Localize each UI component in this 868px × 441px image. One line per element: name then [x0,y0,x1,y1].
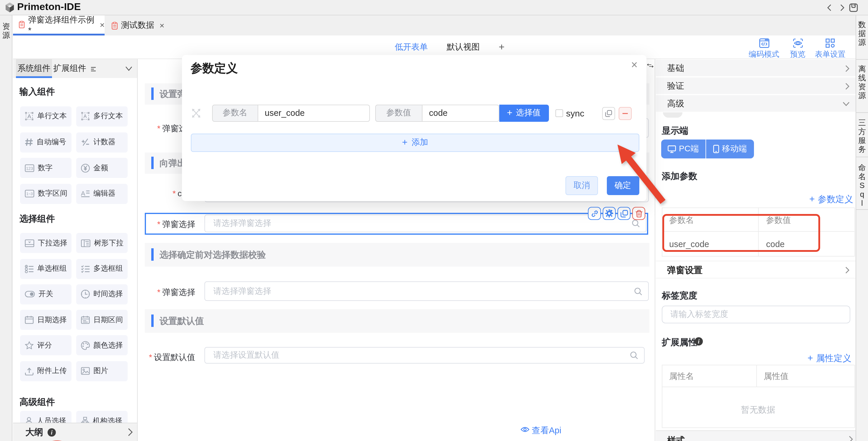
svg-text:A: A [28,113,31,119]
svg-text:i: i [51,429,53,436]
svg-text:123: 123 [26,166,33,171]
svg-text:1~3: 1~3 [26,192,33,196]
svg-text:i: i [698,338,700,345]
svg-text:A: A [84,114,87,119]
svg-text:A: A [81,190,85,197]
